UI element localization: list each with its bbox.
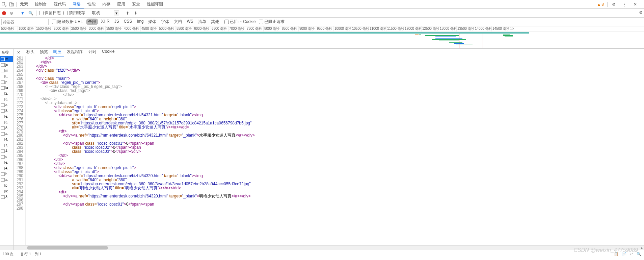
code-line[interactable]: </div> [27,93,644,97]
request-row[interactable]: d [0,154,13,160]
code-line[interactable]: <div class="main"> [27,76,644,80]
request-row[interactable]: a. [0,102,13,108]
close-detail-icon[interactable]: ✕ [15,50,22,55]
filter-type-清单[interactable]: 清单 [196,19,208,25]
upload-icon[interactable]: ⬆ [125,10,130,16]
clear-icon[interactable]: ⊘ [9,10,14,16]
detail-tab-标头[interactable]: 标头 [24,49,37,56]
tab-应用[interactable]: 应用 [114,0,129,8]
tab-性能[interactable]: 性能 [84,0,99,8]
request-row[interactable]: a. [0,131,13,137]
code-line[interactable]: <!--<div class="egeli_pic_li egeli_pic_t… [27,85,644,89]
filter-type-其他[interactable]: 其他 [209,19,221,25]
search-icon[interactable]: 🔍 [28,10,33,16]
timeline-overview[interactable]: 500 毫秒1000 毫秒1500 毫秒2000 毫秒2500 毫秒3000 毫… [0,26,644,49]
request-row[interactable]: 2. [0,91,13,96]
close-icon[interactable]: ✕ [633,2,638,7]
blocked-cookie-checkbox[interactable]: 已阻止 Cookie [224,19,256,25]
detail-tab-响应[interactable]: 响应 [51,49,64,56]
request-row[interactable]: jc [0,62,13,68]
warning-count[interactable]: ▲ 8 [597,2,604,7]
response-body[interactable]: 2612622632642652662672682692702712722732… [14,56,644,245]
request-row[interactable]: a. [0,177,13,183]
code-line[interactable]: <div class="egeli_pic_li" name="egeli_pi… [27,105,644,109]
filter-icon[interactable]: ▼ [20,10,25,16]
filter-type-字体[interactable]: 字体 [159,19,171,25]
request-row[interactable]: p [0,183,13,188]
filter-type-全部[interactable]: 全部 [86,19,98,25]
search-icon[interactable]: 🔍 [637,252,641,256]
request-row[interactable]: la [0,85,13,91]
blocked-request-checkbox[interactable]: 已阻止请求 [259,19,285,25]
disable-cache-checkbox[interactable]: 禁用缓存 [63,10,85,16]
request-row[interactable]: m [0,68,13,73]
request-row[interactable]: 3. [0,194,13,200]
code-line[interactable]: class="icosc icosc03">0</span></div> [27,149,644,153]
request-row[interactable]: 4. [0,148,13,154]
panel-gear-icon[interactable]: ⚙ [639,10,643,15]
filter-type-媒体[interactable]: 媒体 [146,19,158,25]
tab-源代码[interactable]: 源代码 [50,0,69,8]
detail-tab-预览[interactable]: 预览 [37,49,51,56]
tab-内存[interactable]: 内存 [99,0,114,8]
more-icon[interactable]: ⋮ [622,2,627,7]
code-line[interactable]: </dl> [27,56,644,60]
inspect-icon[interactable] [1,2,7,7]
copy-icon[interactable]: 📄 [622,252,627,256]
throttling-select[interactable]: 联机 [91,9,111,17]
filter-type-文档[interactable]: 文档 [172,19,184,25]
download-icon[interactable]: ⬇ [133,10,138,16]
tab-网络[interactable]: 网络 [69,0,84,8]
scroll-right-icon[interactable]: ▸ [641,245,643,250]
code-line[interactable] [27,206,644,210]
request-row[interactable]: p [0,79,13,85]
code-line[interactable]: alt="明艳少女动人写真" title="明艳少女动人写真"/></a></d… [27,186,644,190]
preserve-log-checkbox[interactable]: 保留日志 [39,10,61,16]
request-row[interactable]: e. [0,114,13,119]
filter-input[interactable] [1,19,49,25]
code-line[interactable]: <div class="list_tags"> [27,89,644,93]
code-line[interactable]: </div> [27,64,644,68]
code-line[interactable] [27,72,644,76]
detail-tab-Cookie[interactable]: Cookie [99,49,117,56]
wrap-icon[interactable]: ↩ [630,252,633,256]
tab-元素[interactable]: 元素 [17,0,31,8]
code-line[interactable]: <div><a href="https://mm.enterdesk.com/b… [27,133,644,137]
format-icon[interactable]: 📋 [614,252,619,256]
name-column-header[interactable]: 名称 [0,49,13,56]
request-row[interactable]: e. [0,160,13,165]
gear-icon[interactable]: ⚙ [611,2,616,7]
device-icon[interactable] [9,2,14,7]
request-row[interactable]: m [0,56,13,62]
record-button[interactable] [2,11,6,15]
filter-type-WS[interactable]: WS [185,19,195,25]
request-row[interactable]: 3. [0,119,13,125]
code-lines[interactable]: </dl> </div> </div> <div class="zf20"></… [26,56,644,245]
code-line[interactable]: <div><a href="https://mm.enterdesk.com/b… [27,194,644,198]
filter-type-CSS[interactable]: CSS [122,19,134,25]
code-line[interactable]: </dl> [27,158,644,162]
filter-type-Img[interactable]: Img [135,19,145,25]
detail-tab-计时[interactable]: 计时 [86,49,99,56]
filter-type-JS[interactable]: JS [112,19,121,25]
code-line[interactable]: <div><span class="icosc icosc01">0</span… [27,202,644,206]
code-line[interactable]: </div>--> [27,97,644,101]
request-row[interactable]: 8. [0,125,13,131]
request-row[interactable]: i.. [0,73,13,79]
code-line[interactable]: </div> [27,60,644,64]
request-row[interactable]: 4. [0,137,13,142]
scrollbar-thumb[interactable] [27,246,108,250]
horizontal-scrollbar[interactable]: ▸ [0,245,644,250]
code-line[interactable]: alt="水手服少女迷人写真" title="水手服少女迷人写真"/></a><… [27,125,644,129]
code-line[interactable]: <div class="zf20"></div> [27,68,644,72]
tab-性能评测[interactable]: 性能评测 [143,0,166,8]
request-row[interactable]: b [0,171,13,177]
hide-data-url-checkbox[interactable]: 隐藏数据 URL [52,19,83,25]
throttling-dropdown[interactable]: ▾ [114,10,119,16]
detail-tab-发起程序[interactable]: 发起程序 [64,49,86,56]
code-line[interactable]: <div class="egeli_pic_li" name="egeli_pi… [27,166,644,170]
request-row[interactable]: ic [0,188,13,194]
filter-type-XHR[interactable]: XHR [99,19,111,25]
tab-控制台[interactable]: 控制台 [31,0,50,8]
request-row[interactable]: 8. [0,108,13,114]
